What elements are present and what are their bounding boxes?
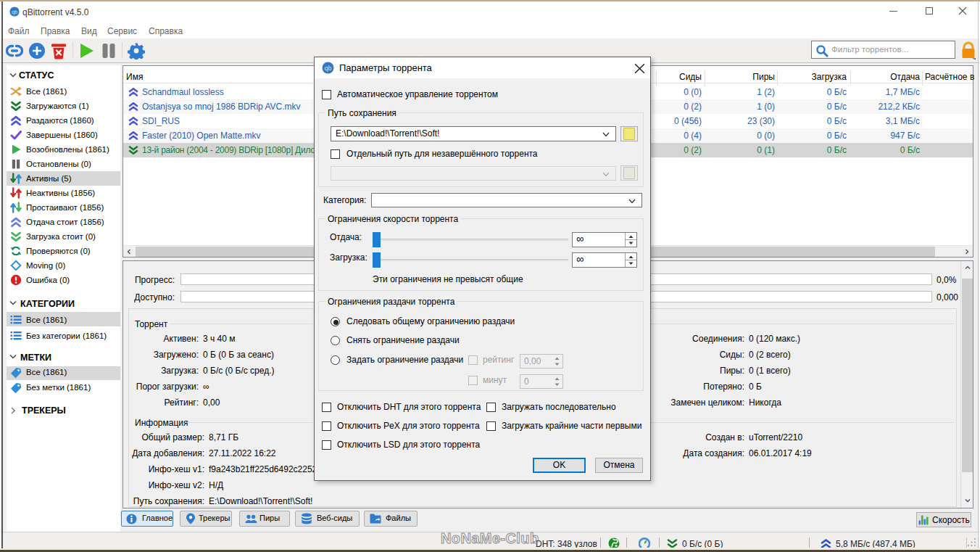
- svg-text:qb: qb: [12, 9, 17, 15]
- svg-text:qb: qb: [324, 65, 331, 72]
